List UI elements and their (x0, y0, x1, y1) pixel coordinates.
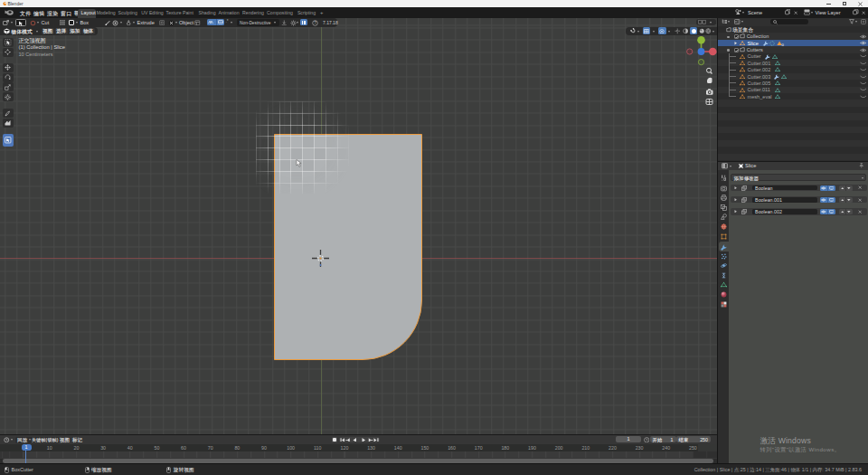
svg-text:?: ? (314, 21, 316, 25)
